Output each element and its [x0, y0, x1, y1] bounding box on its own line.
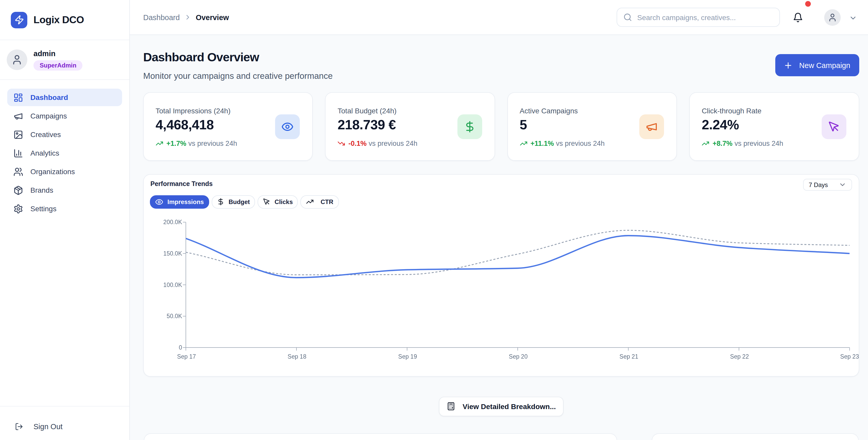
svg-text:200.0K: 200.0K	[163, 218, 182, 225]
svg-text:Sep 18: Sep 18	[288, 353, 307, 359]
svg-text:50.0K: 50.0K	[167, 313, 182, 319]
svg-text:Sep 20: Sep 20	[509, 353, 528, 359]
svg-text:Sep 23: Sep 23	[840, 353, 859, 359]
svg-text:Sep 22: Sep 22	[730, 353, 749, 359]
svg-text:0: 0	[179, 344, 182, 351]
svg-text:150.0K: 150.0K	[163, 250, 182, 257]
svg-text:Sep 19: Sep 19	[398, 353, 417, 359]
svg-text:100.0K: 100.0K	[163, 281, 182, 288]
svg-text:Sep 17: Sep 17	[177, 353, 196, 359]
svg-text:Sep 21: Sep 21	[619, 353, 638, 359]
